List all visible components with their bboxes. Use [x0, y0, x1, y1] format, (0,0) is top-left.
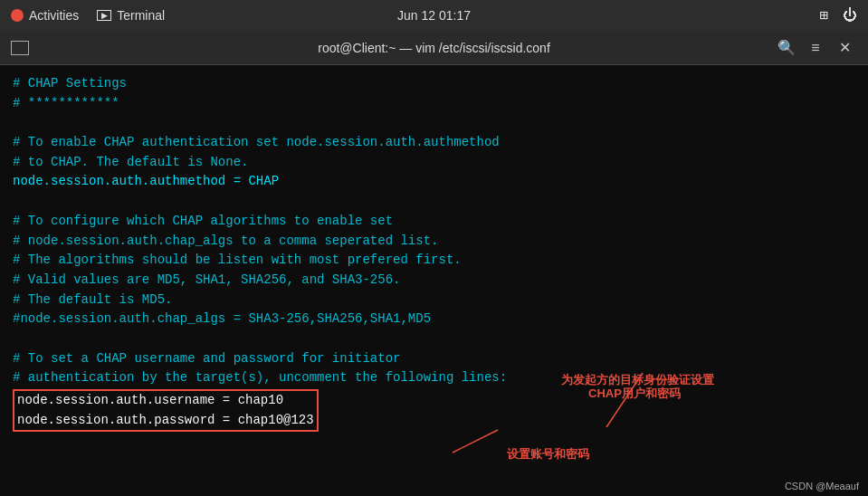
highlighted-lines-box: node.session.auth.username = chap10 node… — [13, 389, 319, 432]
line-18: node.session.auth.password = chap10@123 — [17, 411, 314, 431]
line-16: # authentication by the target(s), uncom… — [13, 368, 855, 388]
line-9: # node.session.auth.chap_algs to a comma… — [13, 232, 855, 252]
line-12: # The default is MD5. — [13, 291, 855, 310]
title-bar-controls: 🔍 ≡ ✕ — [774, 36, 857, 60]
line-1: # CHAP Settings — [13, 74, 855, 94]
line-11: # Valid values are MD5, SHA1, SHA256, an… — [13, 271, 855, 291]
network-icon[interactable]: ⊞ — [819, 6, 828, 24]
power-icon[interactable]: ⏻ — [843, 7, 857, 24]
line-2: # ************ — [13, 94, 855, 114]
line-14 — [13, 329, 855, 349]
terminal-icon: ▶ — [97, 10, 111, 21]
line-15: # To set a CHAP username and password fo… — [13, 349, 855, 369]
activities-button[interactable]: Activities — [11, 8, 79, 23]
line-10: # The algorithms should be listen with m… — [13, 251, 855, 271]
terminal-window: root@Client:~ — vim /etc/iscsi/iscsid.co… — [0, 31, 868, 496]
top-bar-left: Activities ▶ Terminal — [11, 8, 165, 23]
line-8: # To configure which CHAP algorithms to … — [13, 212, 855, 232]
annotation-chap-sub: CHAP用户和密码 — [588, 385, 681, 403]
close-button[interactable]: ✕ — [832, 36, 857, 60]
line-5: # to CHAP. The default is None. — [13, 153, 855, 173]
line-4: # To enable CHAP authentication set node… — [13, 133, 855, 153]
bottom-label: CSDN @Meaauf — [785, 481, 859, 491]
datetime-display: Jun 12 01:17 — [397, 8, 471, 23]
line-3 — [13, 113, 855, 133]
svg-line-1 — [453, 430, 498, 453]
line-13: #node.session.auth.chap_algs = SHA3-256,… — [13, 310, 855, 329]
top-bar-right: ⊞ ⏻ — [819, 6, 857, 24]
title-bar: root@Client:~ — vim /etc/iscsi/iscsid.co… — [0, 31, 868, 65]
bottom-bar: CSDN @Meaauf — [0, 476, 868, 496]
top-bar: Activities ▶ Terminal Jun 12 01:17 ⊞ ⏻ — [0, 0, 868, 31]
content-area: # CHAP Settings # ************ # To enab… — [0, 65, 868, 476]
annotation-credentials: 设置账号和密码 — [507, 445, 589, 463]
title-bar-icon — [11, 41, 29, 55]
terminal-button[interactable]: ▶ Terminal — [97, 8, 165, 23]
line-6: node.session.auth.authmethod = CHAP — [13, 172, 855, 192]
activities-icon — [11, 9, 24, 22]
title-bar-title: root@Client:~ — vim /etc/iscsi/iscsid.co… — [318, 41, 550, 55]
line-7 — [13, 192, 855, 212]
activities-label: Activities — [29, 8, 79, 23]
menu-button[interactable]: ≡ — [803, 36, 828, 60]
terminal-label: Terminal — [117, 8, 165, 23]
line-17: node.session.auth.username = chap10 — [17, 391, 314, 411]
annotation-arrow-2 — [444, 425, 552, 462]
search-button[interactable]: 🔍 — [774, 36, 799, 60]
